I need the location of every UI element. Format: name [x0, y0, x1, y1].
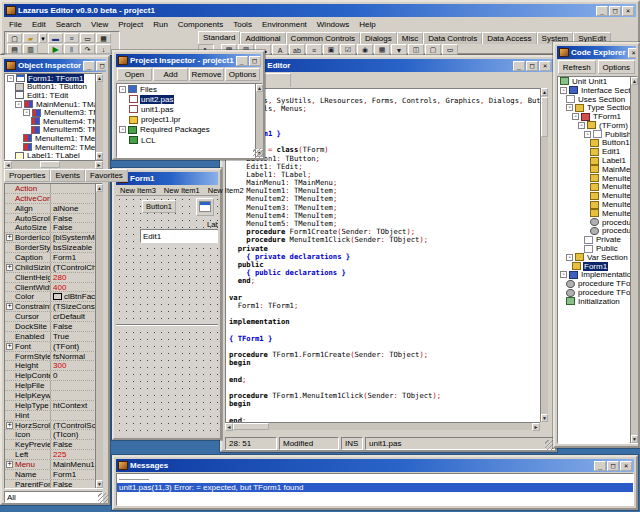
form-menu-new-item3[interactable]: New Item3	[116, 186, 160, 195]
message-row[interactable]: unit1.pas(11,3) Error: = expected, but T…	[117, 483, 633, 492]
tree-item-mainmenu1-tmainmenu[interactable]: -MainMenu1: TMainMenu	[5, 100, 102, 109]
open-dropdown-button[interactable]: ▾	[39, 33, 47, 43]
tree-item-menuitem2-tmenuitem[interactable]: MenuItem2: TMenuItem	[5, 143, 102, 152]
property-row-helpkeyword[interactable]: HelpKeyword	[5, 391, 102, 401]
form-titlebar[interactable]: Form1	[116, 172, 218, 185]
remove-button[interactable]: Remove	[189, 68, 224, 81]
menu-edit[interactable]: Edit	[27, 20, 51, 29]
menu-components[interactable]: Components	[173, 20, 228, 29]
property-row-menu[interactable]: +Menu MainMenu1	[5, 460, 102, 470]
tree-item-unit2-pas[interactable]: unit2.pas	[117, 94, 262, 104]
property-row-enabled[interactable]: Enabled True	[5, 332, 102, 342]
run-button[interactable]: ▶	[48, 44, 63, 54]
tree-item-menuitem3[interactable]: MenuItem3	[558, 191, 637, 200]
tree-item-procedure-tform1-menuitem1click[interactable]: procedure TForm1.MenuItem1Click	[558, 288, 637, 297]
menu-project[interactable]: Project	[113, 20, 148, 29]
property-row-parentfont[interactable]: ParentFont False	[5, 480, 102, 489]
scroll-down-arrow[interactable]: ▼	[96, 152, 103, 160]
open-button[interactable]: Open	[117, 68, 152, 81]
expand-box[interactable]: +	[6, 264, 13, 271]
property-row-align[interactable]: Align alNone	[5, 204, 102, 214]
inspector-tab-events[interactable]: Events	[50, 169, 84, 182]
component-tree-vscrollbar[interactable]: ▲ ▼	[95, 74, 103, 160]
tree-item-unit-unit1[interactable]: Unit Unit1	[558, 77, 637, 86]
property-row-horzscrollbar[interactable]: +HorzScrollBar (TControlScrollBar)	[5, 421, 102, 431]
expand-box[interactable]: -	[566, 104, 573, 111]
scroll-up-arrow[interactable]: ▲	[96, 184, 103, 192]
code-area[interactable]: uses Classes, SysUtils, LResources, Form…	[225, 88, 540, 422]
maximize-button[interactable]: □	[96, 61, 106, 71]
property-row-color[interactable]: Color clBtnFace	[5, 292, 102, 302]
palette-tab-data-controls[interactable]: Data Controls	[423, 32, 482, 44]
main-titlebar[interactable]: Lazarus Editor v0.9.0 beta - project1 _ …	[4, 4, 636, 17]
expand-box[interactable]: +	[6, 343, 13, 350]
tree-item-files[interactable]: -Files	[117, 84, 262, 94]
property-row-childsizing[interactable]: +ChildSizing (TControlChildSizing	[5, 263, 102, 273]
tree-item-tform1[interactable]: -TForm1	[558, 112, 637, 121]
scroll-left-arrow[interactable]: ◄	[4, 161, 12, 169]
refresh-button[interactable]: Refresh	[558, 60, 596, 74]
property-row-autoscroll[interactable]: AutoScroll False	[5, 214, 102, 224]
object-inspector-titlebar[interactable]: Object Inspector _ □ ×	[4, 59, 106, 72]
property-row-caption[interactable]: Caption Form1	[5, 253, 102, 263]
property-row-docksite[interactable]: DockSite False	[5, 322, 102, 332]
add-button[interactable]: Add	[153, 68, 188, 81]
tree-item-edit1[interactable]: Edit1	[558, 147, 637, 156]
scroll-down-arrow[interactable]: ▼	[96, 480, 103, 488]
editor-horizontal-scrollbar[interactable]: ◄ ►	[225, 422, 540, 430]
property-row-font[interactable]: +Font (TFont)	[5, 342, 102, 352]
expand-box[interactable]: -	[572, 113, 579, 120]
tree-item-procedure-menuitem1click-sender-tobject[interactable]: procedure MenuItem1Click(Sender: TObject…	[558, 227, 637, 236]
component-tree-hscrollbar[interactable]: ◄ ►	[4, 160, 103, 168]
scroll-thumb[interactable]	[541, 97, 548, 137]
tree-item-unit1-pas[interactable]: unit1.pas	[117, 104, 262, 114]
project-inspector-titlebar[interactable]: Project Inspector - project1 _ □ ×	[116, 54, 261, 67]
property-row-cursor[interactable]: Cursor crDefault	[5, 312, 102, 322]
designed-label1[interactable]: Lab	[207, 220, 218, 229]
property-row-left[interactable]: Left 225	[5, 450, 102, 460]
property-row-bordericons[interactable]: +BorderIcons [biSystemMenu,biMi	[5, 233, 102, 243]
tree-item-menuitem3-tmenuitem[interactable]: -MenuItem3: TMenuItem	[5, 108, 102, 117]
property-row-activecontrol[interactable]: ActiveControl	[5, 194, 102, 204]
minimize-button[interactable]: _	[596, 6, 608, 16]
tree-item-project1-lpr[interactable]: project1.lpr	[117, 115, 262, 125]
menu-environment[interactable]: Environment	[257, 20, 312, 29]
designed-button1[interactable]: Button1	[142, 200, 176, 213]
property-row-clientwidth[interactable]: ClientWidth 400	[5, 283, 102, 293]
expand-box[interactable]: -	[584, 131, 591, 138]
options-button[interactable]: Options	[225, 68, 260, 81]
expand-box[interactable]: -	[560, 271, 567, 278]
tree-item-tform[interactable]: -(TForm)	[558, 121, 637, 130]
maximize-button[interactable]: □	[526, 61, 538, 71]
inspector-tab-properties[interactable]: Properties	[4, 169, 50, 182]
maximize-button[interactable]: □	[607, 461, 619, 471]
step-over-button[interactable]: ↷	[80, 44, 95, 54]
property-row-action[interactable]: Action	[5, 184, 102, 194]
expand-box[interactable]: -	[7, 75, 14, 82]
property-row-name[interactable]: Name Form1	[5, 470, 102, 480]
view-units-button[interactable]: ▤	[7, 44, 22, 54]
tree-item-label1-tlabel[interactable]: Label1: TLabel	[5, 151, 102, 160]
menu-windows[interactable]: Windows	[312, 20, 354, 29]
property-row-keypreview[interactable]: KeyPreview False	[5, 440, 102, 450]
tree-item-uses-section[interactable]: Uses Section	[558, 95, 637, 104]
menu-tools[interactable]: Tools	[228, 20, 257, 29]
minimize-button[interactable]: _	[236, 56, 248, 66]
property-row-clientheight[interactable]: ClientHeight 280	[5, 273, 102, 283]
tree-item-lcl[interactable]: LCL	[117, 135, 262, 145]
close-button[interactable]: ×	[620, 461, 632, 471]
property-row-height[interactable]: Height 300	[5, 361, 102, 371]
form-canvas[interactable]: Button1 Lab Edit1	[116, 196, 218, 436]
tree-item-menuitem2[interactable]: MenuItem2	[558, 183, 637, 192]
inspector-tab-favorites[interactable]: Favorites	[85, 169, 128, 182]
scroll-up-arrow[interactable]: ▲	[541, 88, 548, 96]
menu-run[interactable]: Run	[148, 20, 173, 29]
menu-file[interactable]: File	[4, 20, 27, 29]
tree-item-menuitem4-tmenuitem[interactable]: MenuItem4: TMenuItem	[5, 117, 102, 126]
tree-item-private[interactable]: Private	[558, 235, 637, 244]
expand-box[interactable]: +	[6, 303, 13, 310]
tree-item-required-packages[interactable]: -Required Packages	[117, 125, 262, 135]
scroll-thumb[interactable]	[233, 423, 269, 430]
minimize-button[interactable]: _	[83, 61, 95, 71]
expand-box[interactable]: +	[6, 461, 13, 468]
